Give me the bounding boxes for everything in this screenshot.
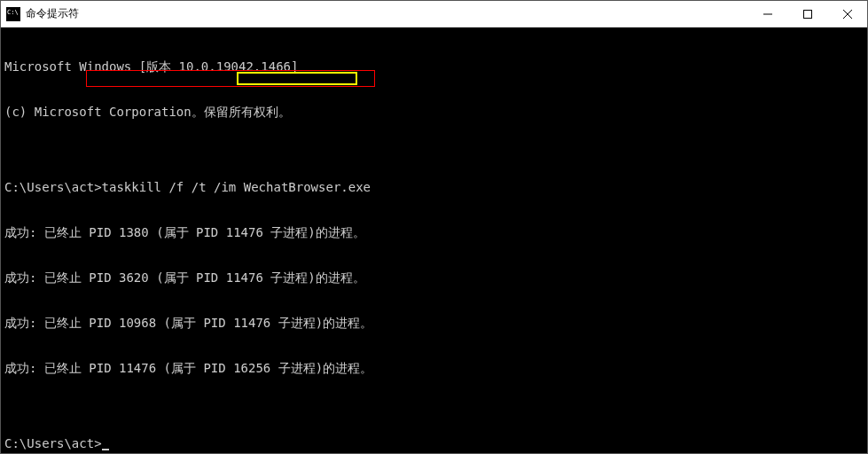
terminal-line: Microsoft Windows [版本 10.0.19042.1466]: [4, 59, 864, 74]
cmd-icon: [6, 7, 20, 21]
terminal-area[interactable]: Microsoft Windows [版本 10.0.19042.1466] (…: [1, 27, 867, 453]
terminal-output: 成功: 已终止 PID 11476 (属于 PID 16256 子进程)的进程。: [4, 361, 864, 376]
terminal-prompt-line: C:\Users\act>: [4, 436, 864, 451]
terminal-line: (c) Microsoft Corporation。保留所有权利。: [4, 105, 864, 120]
command-arg: WechatBrowser.exe: [244, 180, 371, 194]
maximize-button[interactable]: [787, 1, 827, 27]
close-button[interactable]: [827, 1, 867, 27]
titlebar[interactable]: 命令提示符: [1, 1, 867, 27]
terminal-output: 成功: 已终止 PID 1380 (属于 PID 11476 子进程)的进程。: [4, 225, 864, 240]
terminal-output: 成功: 已终止 PID 3620 (属于 PID 11476 子进程)的进程。: [4, 270, 864, 286]
minimize-button[interactable]: [747, 1, 787, 27]
cursor-icon: [102, 449, 109, 450]
cmd-window: 命令提示符 Microsoft Windows [版本 10.0.19042.1…: [0, 0, 868, 454]
svg-rect-1: [803, 10, 811, 18]
terminal-command-line: C:\Users\act>taskkill /f /t /im WechatBr…: [4, 180, 864, 195]
prompt-text: C:\Users\act>: [4, 436, 102, 450]
command-text: taskkill /f /t /im: [102, 180, 244, 194]
window-controls: [747, 1, 867, 27]
terminal-output: 成功: 已终止 PID 10968 (属于 PID 11476 子进程)的进程。: [4, 316, 864, 331]
window-title: 命令提示符: [26, 6, 79, 21]
prompt-text: C:\Users\act>: [4, 180, 102, 194]
